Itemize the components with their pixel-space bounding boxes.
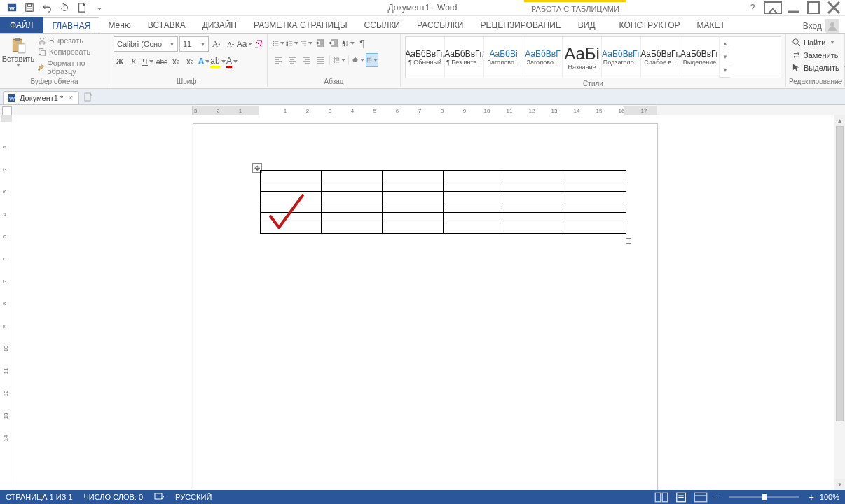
close-tab-button[interactable]: × bbox=[67, 93, 74, 103]
tab-table-design[interactable]: КОНСТРУКТОР bbox=[611, 17, 689, 33]
tab-references[interactable]: ССЫЛКИ bbox=[356, 17, 408, 33]
minimize-button[interactable] bbox=[783, 1, 803, 15]
borders-button[interactable] bbox=[366, 53, 378, 67]
tab-home[interactable]: ГЛАВНАЯ bbox=[43, 17, 99, 34]
superscript-button[interactable]: x2 bbox=[184, 55, 196, 69]
style-item[interactable]: АаБбВвГг,¶ Обычный bbox=[406, 37, 445, 78]
style-scroll[interactable]: ▲▼▾ bbox=[720, 37, 730, 78]
scroll-down-button[interactable]: ▼ bbox=[834, 479, 845, 490]
tab-table-layout[interactable]: МАКЕТ bbox=[689, 17, 734, 33]
page: ✥ bbox=[193, 123, 658, 490]
style-item[interactable]: АаБбВвГг,¶ Без инте... bbox=[445, 37, 484, 78]
styles-gallery[interactable]: АаБбВвГг,¶ ОбычныйАаБбВвГг,¶ Без инте...… bbox=[405, 36, 781, 78]
close-button[interactable] bbox=[824, 1, 844, 15]
numbering-button[interactable]: 123 bbox=[286, 36, 298, 50]
font-color-button[interactable]: A bbox=[226, 55, 238, 69]
scroll-thumb[interactable] bbox=[836, 126, 844, 421]
scroll-up-button[interactable]: ▲ bbox=[834, 115, 845, 126]
shading-button[interactable] bbox=[352, 53, 364, 67]
find-button[interactable]: Найти▼ bbox=[789, 36, 837, 48]
qat-dropdown[interactable] bbox=[92, 1, 107, 15]
tab-review[interactable]: РЕЦЕНЗИРОВАНИЕ bbox=[472, 17, 569, 33]
bold-button[interactable]: Ж bbox=[114, 55, 126, 69]
align-right-button[interactable] bbox=[300, 53, 312, 67]
redo-button[interactable] bbox=[57, 1, 72, 15]
copy-button[interactable]: Копировать bbox=[36, 47, 103, 57]
document-table[interactable] bbox=[260, 170, 626, 234]
style-item[interactable]: АаБбВвГЗаголово... bbox=[523, 37, 563, 78]
align-center-button[interactable] bbox=[286, 53, 298, 67]
tab-design[interactable]: ДИЗАЙН bbox=[194, 17, 245, 33]
indent-increase-button[interactable] bbox=[328, 36, 341, 50]
style-item[interactable]: АаБбВвГгПодзаголо... bbox=[602, 37, 641, 78]
change-case-button[interactable]: Aa bbox=[238, 37, 251, 51]
save-button[interactable] bbox=[22, 1, 37, 15]
collapse-ribbon-button[interactable] bbox=[832, 77, 842, 87]
tab-insert[interactable]: ВСТАВКА bbox=[139, 17, 194, 33]
status-bar: СТРАНИЦА 1 ИЗ 1 ЧИСЛО СЛОВ: 0 РУССКИЙ – … bbox=[0, 490, 845, 504]
replace-button[interactable]: Заменить bbox=[789, 49, 841, 61]
multilevel-button[interactable] bbox=[300, 36, 312, 50]
italic-button[interactable]: К bbox=[128, 55, 140, 69]
undo-button[interactable] bbox=[39, 1, 55, 15]
language-status[interactable]: РУССКИЙ bbox=[175, 493, 212, 501]
show-marks-button[interactable]: ¶ bbox=[356, 36, 369, 50]
paste-button[interactable]: Вставить ▼ bbox=[3, 35, 34, 68]
sort-button[interactable]: AЯ bbox=[342, 36, 355, 50]
grow-font-button[interactable]: A▴ bbox=[210, 37, 223, 51]
web-layout-button[interactable] bbox=[694, 491, 708, 503]
vertical-scrollbar[interactable]: ▲ ▼ bbox=[834, 115, 845, 490]
clear-format-button[interactable] bbox=[252, 37, 265, 51]
zoom-out-button[interactable]: – bbox=[713, 491, 719, 503]
table-resize-handle[interactable] bbox=[626, 238, 631, 244]
svg-rect-73 bbox=[662, 493, 668, 502]
spell-check-icon[interactable] bbox=[154, 491, 164, 503]
maximize-button[interactable] bbox=[804, 1, 823, 15]
font-size-combo[interactable]: 11▼ bbox=[179, 36, 209, 52]
tab-view[interactable]: ВИД bbox=[570, 17, 604, 33]
print-layout-button[interactable] bbox=[674, 491, 688, 503]
bullets-button[interactable] bbox=[272, 36, 284, 50]
style-item[interactable]: АаБбВіЗаголово... bbox=[484, 37, 523, 78]
cut-button[interactable]: Вырезать bbox=[36, 36, 103, 46]
tab-file[interactable]: ФАЙЛ bbox=[0, 17, 43, 33]
text-effects-button[interactable]: A bbox=[198, 55, 210, 69]
group-styles: АаБбВвГг,¶ ОбычныйАаБбВвГг,¶ Без инте...… bbox=[401, 34, 786, 87]
subscript-button[interactable]: x2 bbox=[170, 55, 182, 69]
page-status[interactable]: СТРАНИЦА 1 ИЗ 1 bbox=[6, 493, 73, 501]
tab-layout[interactable]: РАЗМЕТКА СТРАНИЦЫ bbox=[245, 17, 356, 33]
style-item[interactable]: АаБбВвГг,Слабое в... bbox=[641, 37, 680, 78]
select-button[interactable]: Выделить▼ bbox=[789, 62, 845, 74]
zoom-level[interactable]: 100% bbox=[820, 493, 839, 501]
vertical-ruler[interactable]: 1234567891011121314 bbox=[0, 115, 13, 490]
scroll-track[interactable] bbox=[834, 126, 845, 479]
format-painter-button[interactable]: Формат по образцу bbox=[36, 58, 103, 76]
style-item[interactable]: АаБіНазвание bbox=[563, 37, 602, 78]
font-label: Шрифт bbox=[112, 78, 264, 87]
tab-menu[interactable]: Меню bbox=[99, 17, 139, 33]
tab-mailings[interactable]: РАССЫЛКИ bbox=[408, 17, 472, 33]
styles-label: Стили bbox=[404, 80, 783, 89]
line-spacing-button[interactable] bbox=[333, 53, 345, 67]
align-justify-button[interactable] bbox=[314, 53, 327, 67]
zoom-slider[interactable] bbox=[729, 496, 799, 498]
align-left-button[interactable] bbox=[272, 53, 284, 67]
style-item[interactable]: АаБбВвГгВыделение bbox=[680, 37, 720, 78]
highlight-button[interactable]: ab bbox=[212, 55, 224, 69]
font-name-combo[interactable]: Calibri (Осно▼ bbox=[114, 36, 178, 52]
strike-button[interactable]: abc bbox=[156, 55, 168, 69]
new-tab-button[interactable] bbox=[83, 92, 93, 104]
word-count[interactable]: ЧИСЛО СЛОВ: 0 bbox=[84, 493, 144, 501]
underline-button[interactable]: Ч bbox=[142, 55, 154, 69]
sign-in[interactable]: Вход bbox=[803, 19, 839, 33]
shrink-font-button[interactable]: A▾ bbox=[224, 37, 237, 51]
new-doc-button[interactable] bbox=[74, 1, 90, 15]
indent-decrease-button[interactable] bbox=[314, 36, 327, 50]
zoom-thumb[interactable] bbox=[762, 494, 767, 500]
zoom-in-button[interactable]: + bbox=[809, 491, 814, 503]
help-button[interactable]: ? bbox=[743, 1, 762, 15]
read-mode-button[interactable] bbox=[654, 491, 668, 503]
page-area[interactable]: ✥ bbox=[13, 115, 834, 490]
document-tab[interactable]: W Документ1 * × bbox=[3, 91, 79, 104]
ribbon-display-button[interactable] bbox=[763, 1, 783, 15]
